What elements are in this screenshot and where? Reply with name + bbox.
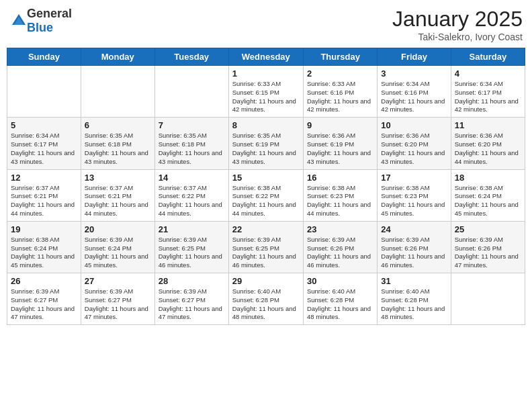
day-info: Sunrise: 6:34 AM Sunset: 6:17 PM Dayligh… bbox=[11, 132, 77, 166]
calendar-cell: 5Sunrise: 6:34 AM Sunset: 6:17 PM Daylig… bbox=[7, 118, 81, 169]
calendar-cell: 21Sunrise: 6:39 AM Sunset: 6:25 PM Dayli… bbox=[154, 221, 228, 273]
month-title: January 2025 bbox=[392, 7, 523, 32]
calendar-week-1: 1Sunrise: 6:33 AM Sunset: 6:15 PM Daylig… bbox=[7, 66, 525, 118]
calendar-cell: 11Sunrise: 6:36 AM Sunset: 6:20 PM Dayli… bbox=[451, 118, 525, 169]
day-number: 21 bbox=[159, 224, 225, 234]
weekday-header-friday: Friday bbox=[378, 48, 451, 66]
day-number: 5 bbox=[11, 120, 77, 130]
day-info: Sunrise: 6:35 AM Sunset: 6:18 PM Dayligh… bbox=[85, 132, 151, 166]
calendar-cell: 13Sunrise: 6:37 AM Sunset: 6:21 PM Dayli… bbox=[81, 169, 154, 221]
day-info: Sunrise: 6:39 AM Sunset: 6:25 PM Dayligh… bbox=[159, 236, 225, 270]
day-number: 18 bbox=[455, 173, 521, 183]
calendar-week-5: 26Sunrise: 6:39 AM Sunset: 6:27 PM Dayli… bbox=[7, 273, 525, 325]
day-info: Sunrise: 6:40 AM Sunset: 6:28 PM Dayligh… bbox=[381, 287, 447, 322]
day-info: Sunrise: 6:39 AM Sunset: 6:25 PM Dayligh… bbox=[232, 236, 300, 270]
calendar-cell bbox=[451, 273, 525, 325]
calendar-cell: 22Sunrise: 6:39 AM Sunset: 6:25 PM Dayli… bbox=[228, 221, 303, 273]
calendar-cell: 1Sunrise: 6:33 AM Sunset: 6:15 PM Daylig… bbox=[228, 66, 303, 118]
calendar-cell: 25Sunrise: 6:39 AM Sunset: 6:26 PM Dayli… bbox=[451, 221, 525, 273]
calendar-cell bbox=[154, 66, 228, 118]
logo-blue-text: Blue bbox=[27, 21, 53, 34]
calendar-cell: 6Sunrise: 6:35 AM Sunset: 6:18 PM Daylig… bbox=[81, 118, 154, 169]
day-info: Sunrise: 6:37 AM Sunset: 6:21 PM Dayligh… bbox=[85, 184, 151, 218]
day-info: Sunrise: 6:34 AM Sunset: 6:17 PM Dayligh… bbox=[455, 80, 521, 114]
calendar-week-2: 5Sunrise: 6:34 AM Sunset: 6:17 PM Daylig… bbox=[7, 118, 525, 169]
weekday-header-monday: Monday bbox=[81, 48, 154, 66]
day-number: 31 bbox=[381, 276, 447, 286]
day-info: Sunrise: 6:36 AM Sunset: 6:20 PM Dayligh… bbox=[455, 132, 521, 166]
day-info: Sunrise: 6:39 AM Sunset: 6:26 PM Dayligh… bbox=[307, 236, 373, 270]
day-number: 26 bbox=[11, 276, 77, 286]
day-info: Sunrise: 6:39 AM Sunset: 6:27 PM Dayligh… bbox=[11, 287, 77, 322]
weekday-header-thursday: Thursday bbox=[303, 48, 377, 66]
day-number: 24 bbox=[381, 224, 447, 234]
calendar-table: SundayMondayTuesdayWednesdayThursdayFrid… bbox=[7, 48, 525, 325]
day-info: Sunrise: 6:39 AM Sunset: 6:26 PM Dayligh… bbox=[455, 236, 521, 270]
weekday-header-row: SundayMondayTuesdayWednesdayThursdayFrid… bbox=[7, 48, 525, 66]
day-info: Sunrise: 6:39 AM Sunset: 6:26 PM Dayligh… bbox=[381, 236, 447, 270]
calendar-cell: 8Sunrise: 6:35 AM Sunset: 6:19 PM Daylig… bbox=[228, 118, 303, 169]
day-info: Sunrise: 6:40 AM Sunset: 6:28 PM Dayligh… bbox=[307, 287, 373, 322]
day-number: 23 bbox=[307, 224, 373, 234]
day-info: Sunrise: 6:36 AM Sunset: 6:20 PM Dayligh… bbox=[381, 132, 447, 166]
calendar-cell: 3Sunrise: 6:34 AM Sunset: 6:16 PM Daylig… bbox=[378, 66, 451, 118]
calendar-week-3: 12Sunrise: 6:37 AM Sunset: 6:21 PM Dayli… bbox=[7, 169, 525, 221]
logo-general-text: General bbox=[27, 7, 72, 20]
day-info: Sunrise: 6:33 AM Sunset: 6:16 PM Dayligh… bbox=[307, 80, 373, 114]
calendar-cell: 18Sunrise: 6:38 AM Sunset: 6:24 PM Dayli… bbox=[451, 169, 525, 221]
day-info: Sunrise: 6:38 AM Sunset: 6:23 PM Dayligh… bbox=[381, 184, 447, 218]
day-number: 15 bbox=[232, 173, 300, 183]
day-number: 6 bbox=[85, 120, 151, 130]
day-number: 2 bbox=[307, 68, 373, 79]
calendar-cell: 28Sunrise: 6:39 AM Sunset: 6:27 PM Dayli… bbox=[154, 273, 228, 325]
weekday-header-wednesday: Wednesday bbox=[228, 48, 303, 66]
calendar-cell: 30Sunrise: 6:40 AM Sunset: 6:28 PM Dayli… bbox=[303, 273, 377, 325]
day-number: 27 bbox=[85, 276, 151, 286]
day-number: 7 bbox=[159, 120, 225, 130]
day-number: 10 bbox=[381, 120, 447, 130]
day-number: 8 bbox=[232, 120, 300, 130]
calendar-cell: 7Sunrise: 6:35 AM Sunset: 6:18 PM Daylig… bbox=[154, 118, 228, 169]
calendar-cell bbox=[7, 66, 81, 118]
day-number: 14 bbox=[159, 173, 225, 183]
calendar-cell: 23Sunrise: 6:39 AM Sunset: 6:26 PM Dayli… bbox=[303, 221, 377, 273]
weekday-header-sunday: Sunday bbox=[7, 48, 81, 66]
day-info: Sunrise: 6:38 AM Sunset: 6:22 PM Dayligh… bbox=[232, 184, 300, 218]
calendar-cell: 27Sunrise: 6:39 AM Sunset: 6:27 PM Dayli… bbox=[81, 273, 154, 325]
calendar-cell bbox=[81, 66, 154, 118]
calendar-week-4: 19Sunrise: 6:38 AM Sunset: 6:24 PM Dayli… bbox=[7, 221, 525, 273]
calendar-cell: 12Sunrise: 6:37 AM Sunset: 6:21 PM Dayli… bbox=[7, 169, 81, 221]
logo-icon bbox=[11, 13, 27, 29]
calendar-cell: 19Sunrise: 6:38 AM Sunset: 6:24 PM Dayli… bbox=[7, 221, 81, 273]
day-info: Sunrise: 6:39 AM Sunset: 6:27 PM Dayligh… bbox=[85, 287, 151, 322]
calendar-cell: 17Sunrise: 6:38 AM Sunset: 6:23 PM Dayli… bbox=[378, 169, 451, 221]
day-number: 17 bbox=[381, 173, 447, 183]
day-number: 20 bbox=[85, 224, 151, 234]
day-number: 11 bbox=[455, 120, 521, 130]
day-info: Sunrise: 6:39 AM Sunset: 6:27 PM Dayligh… bbox=[159, 287, 225, 322]
location-title: Taki-Salekro, Ivory Coast bbox=[392, 32, 523, 42]
calendar-cell: 2Sunrise: 6:33 AM Sunset: 6:16 PM Daylig… bbox=[303, 66, 377, 118]
calendar-cell: 20Sunrise: 6:39 AM Sunset: 6:24 PM Dayli… bbox=[81, 221, 154, 273]
day-number: 25 bbox=[455, 224, 521, 234]
day-number: 22 bbox=[232, 224, 300, 234]
calendar-cell: 26Sunrise: 6:39 AM Sunset: 6:27 PM Dayli… bbox=[7, 273, 81, 325]
day-number: 19 bbox=[11, 224, 77, 234]
calendar-cell: 24Sunrise: 6:39 AM Sunset: 6:26 PM Dayli… bbox=[378, 221, 451, 273]
day-number: 28 bbox=[159, 276, 225, 286]
day-info: Sunrise: 6:38 AM Sunset: 6:24 PM Dayligh… bbox=[455, 184, 521, 218]
day-number: 12 bbox=[11, 173, 77, 183]
weekday-header-saturday: Saturday bbox=[451, 48, 525, 66]
calendar-body: 1Sunrise: 6:33 AM Sunset: 6:15 PM Daylig… bbox=[7, 66, 525, 325]
weekday-header-tuesday: Tuesday bbox=[154, 48, 228, 66]
calendar-cell: 9Sunrise: 6:36 AM Sunset: 6:19 PM Daylig… bbox=[303, 118, 377, 169]
day-number: 13 bbox=[85, 173, 151, 183]
day-info: Sunrise: 6:37 AM Sunset: 6:21 PM Dayligh… bbox=[11, 184, 77, 218]
calendar-cell: 16Sunrise: 6:38 AM Sunset: 6:23 PM Dayli… bbox=[303, 169, 377, 221]
day-info: Sunrise: 6:36 AM Sunset: 6:19 PM Dayligh… bbox=[307, 132, 373, 166]
day-info: Sunrise: 6:38 AM Sunset: 6:23 PM Dayligh… bbox=[307, 184, 373, 218]
calendar-cell: 10Sunrise: 6:36 AM Sunset: 6:20 PM Dayli… bbox=[378, 118, 451, 169]
logo: General Blue bbox=[9, 7, 72, 35]
header: General Blue January 2025 Taki-Salekro, … bbox=[7, 7, 525, 42]
day-info: Sunrise: 6:33 AM Sunset: 6:15 PM Dayligh… bbox=[232, 80, 300, 114]
